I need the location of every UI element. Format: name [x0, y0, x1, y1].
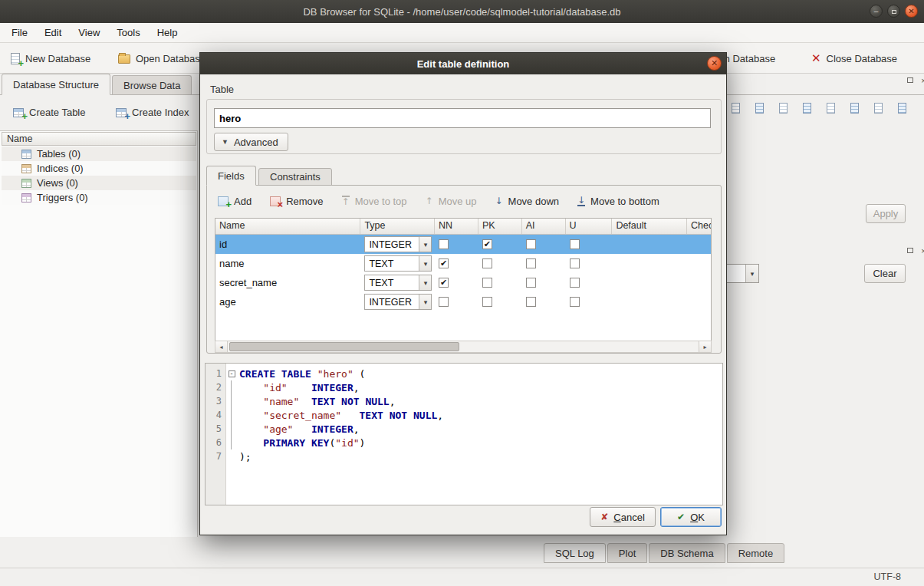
tree-item-triggers[interactable]: Triggers (0) — [2, 190, 196, 205]
col-header-u[interactable]: U — [566, 219, 613, 234]
type-combo[interactable]: INTEGER▾ — [364, 236, 432, 252]
menu-file[interactable]: File — [3, 25, 36, 41]
horizontal-scrollbar[interactable]: ◂ ▸ — [215, 341, 712, 353]
remove-field-button[interactable]: Remove — [270, 196, 323, 207]
tree-item-views[interactable]: Views (0) — [2, 176, 196, 190]
scrollbar-thumb[interactable] — [229, 342, 459, 351]
move-up-button[interactable]: ↑ Move up — [426, 196, 477, 207]
nn-checkbox[interactable] — [439, 297, 449, 307]
dialog-close-button[interactable]: ✕ — [707, 56, 722, 71]
dock-toolbar-button[interactable] — [892, 99, 912, 117]
field-row-id[interactable]: id INTEGER▾ — [215, 235, 711, 254]
tab-remote[interactable]: Remote — [727, 543, 785, 563]
dock-close-button[interactable]: × — [919, 245, 924, 255]
dock-toolbar-button[interactable] — [773, 99, 793, 117]
chevron-down-icon[interactable]: ▾ — [419, 275, 431, 290]
col-header-ai[interactable]: AI — [522, 219, 566, 234]
chevron-down-icon[interactable]: ▾ — [419, 295, 431, 309]
pk-checkbox[interactable] — [482, 297, 492, 307]
ok-button[interactable]: ✔ OK — [660, 507, 722, 527]
dock-toolbar-button[interactable] — [820, 99, 840, 117]
check-cell[interactable] — [687, 273, 711, 292]
col-header-type[interactable]: Type — [360, 219, 435, 234]
dock-toolbar-button[interactable] — [844, 99, 864, 117]
clear-button[interactable]: Clear — [864, 264, 906, 283]
default-cell[interactable] — [612, 254, 687, 273]
u-checkbox[interactable] — [570, 278, 580, 288]
check-cell[interactable] — [687, 254, 711, 273]
ai-checkbox[interactable] — [526, 239, 536, 249]
u-checkbox[interactable] — [570, 239, 580, 249]
advanced-toggle-button[interactable]: ▼ Advanced — [214, 133, 288, 151]
move-to-top-button[interactable]: ↑ Move to top — [342, 196, 407, 207]
nn-checkbox[interactable] — [439, 239, 449, 249]
type-combo[interactable]: TEXT▾ — [364, 275, 432, 291]
dock-float-button[interactable] — [905, 75, 915, 85]
field-row-age[interactable]: age INTEGER▾ — [215, 292, 711, 311]
scroll-left-arrow[interactable]: ◂ — [215, 341, 228, 352]
menu-help[interactable]: Help — [149, 25, 186, 41]
pk-checkbox[interactable] — [482, 278, 492, 288]
type-combo[interactable]: TEXT▾ — [364, 255, 432, 272]
cancel-button[interactable]: ✘ Cancel — [590, 507, 656, 527]
ai-checkbox[interactable] — [526, 258, 536, 268]
type-combo[interactable]: INTEGER▾ — [364, 294, 432, 310]
col-header-pk[interactable]: PK — [478, 219, 522, 234]
tree-item-tables[interactable]: Tables (0) — [2, 146, 196, 161]
ai-checkbox[interactable] — [526, 278, 536, 288]
field-row-name[interactable]: name TEXT▾ — [215, 254, 711, 273]
maximize-button[interactable] — [887, 5, 900, 18]
open-database-button[interactable]: Open Database — [112, 48, 212, 69]
default-cell[interactable] — [612, 292, 687, 311]
new-database-button[interactable]: New Database — [5, 48, 97, 69]
u-checkbox[interactable] — [570, 297, 580, 307]
dock-toolbar-button[interactable] — [797, 99, 817, 117]
check-cell[interactable] — [687, 235, 711, 254]
move-to-bottom-button[interactable]: ↓ Move to bottom — [577, 196, 659, 207]
chevron-down-icon[interactable]: ▾ — [419, 256, 431, 271]
tree-column-header[interactable]: Name — [2, 132, 196, 146]
nn-checkbox[interactable] — [439, 278, 449, 288]
col-header-nn[interactable]: NN — [435, 219, 478, 234]
col-header-name[interactable]: Name — [215, 219, 360, 234]
tab-database-structure[interactable]: Database Structure — [2, 74, 110, 95]
apply-button[interactable]: Apply — [866, 204, 906, 223]
menu-view[interactable]: View — [70, 25, 108, 41]
tab-fields[interactable]: Fields — [206, 166, 256, 186]
dock-toolbar-button[interactable] — [868, 99, 888, 117]
tab-browse-data[interactable]: Browse Data — [112, 75, 192, 94]
create-table-button[interactable]: Create Table — [6, 101, 92, 123]
check-cell[interactable] — [687, 292, 711, 311]
chevron-down-icon[interactable]: ▾ — [419, 237, 431, 252]
tree-item-indices[interactable]: Indices (0) — [2, 161, 196, 176]
create-index-button[interactable]: Create Index — [109, 101, 196, 123]
dock-toolbar-button[interactable] — [749, 99, 769, 117]
col-header-default[interactable]: Default — [612, 219, 687, 234]
table-name-input[interactable] — [214, 108, 711, 128]
dock-float-button[interactable] — [905, 245, 915, 255]
close-button[interactable]: ✕ — [905, 5, 918, 18]
fold-marker[interactable]: - — [226, 367, 237, 380]
tab-db-schema[interactable]: DB Schema — [649, 543, 725, 563]
pk-checkbox[interactable] — [482, 239, 492, 249]
pk-checkbox[interactable] — [482, 258, 492, 268]
default-cell[interactable] — [612, 235, 687, 254]
tab-plot[interactable]: Plot — [607, 543, 647, 563]
move-down-button[interactable]: ↓ Move down — [495, 196, 560, 207]
u-checkbox[interactable] — [570, 258, 580, 268]
ai-checkbox[interactable] — [526, 297, 536, 307]
scroll-right-arrow[interactable]: ▸ — [699, 341, 711, 352]
menu-edit[interactable]: Edit — [36, 25, 70, 41]
nn-checkbox[interactable] — [439, 258, 449, 268]
menu-tools[interactable]: Tools — [108, 25, 148, 41]
field-row-secret-name[interactable]: secret_name TEXT▾ — [215, 273, 711, 292]
dock-toolbar-button[interactable] — [725, 99, 745, 117]
default-cell[interactable] — [612, 273, 687, 292]
minimize-button[interactable]: – — [870, 5, 883, 18]
add-field-button[interactable]: Add — [218, 196, 252, 207]
tab-constraints[interactable]: Constraints — [258, 168, 332, 186]
close-database-button[interactable]: ✕ Close Database — [805, 48, 903, 69]
tab-sql-log[interactable]: SQL Log — [544, 543, 606, 563]
dock-close-button[interactable]: × — [919, 75, 924, 85]
col-header-check[interactable]: Check — [687, 219, 711, 234]
